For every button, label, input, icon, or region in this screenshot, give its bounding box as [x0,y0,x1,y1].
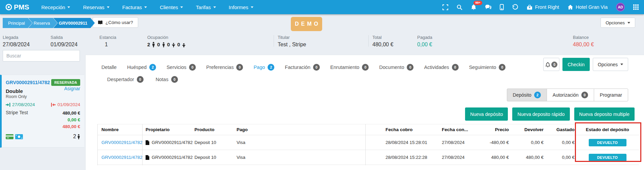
col-fecha-con[interactable]: Fecha con... [442,127,477,132]
divider [274,35,274,47]
file-icon [146,140,149,145]
table-row[interactable]: GRV00002911/4782 GRV00002911/4782 Deposi… [97,135,639,150]
subtab-count-badge: 2 [534,92,541,98]
tab-actividades[interactable]: Actividades0 [424,64,458,71]
menu-reservas[interactable]: Reservas [83,4,109,10]
col-pago[interactable]: Pago [236,127,365,132]
menu-recepcion[interactable]: Recepción [41,4,70,10]
checkin-date: 27/08/2024 [6,102,35,107]
tab-count-badge: 0 [171,76,178,83]
tab-detalle[interactable]: Detalle [101,65,117,70]
col-nombre[interactable]: Nombre [97,127,142,132]
tab-enrutamiento[interactable]: Enrutamiento0 [330,64,369,71]
breadcrumb-reservation-code[interactable]: GRV00002911 [53,18,95,28]
history-icon[interactable] [512,4,518,10]
subtab-deposito[interactable]: Depósito2 [507,89,547,101]
deposits-table-header: Nombre Propietario Producto Pago Fecha c… [97,124,639,135]
reservation-card[interactable]: GRV00002911/4782 RESERVADA Double Room O… [0,75,84,148]
fullscreen-icon[interactable] [442,4,448,10]
col-fecha-cobro[interactable]: Fecha cobro [365,127,442,132]
opciones-top-label: Opciones [606,20,625,25]
person-icon [77,134,80,139]
chevron-down-icon [144,6,147,8]
breadcrumb-principal[interactable]: Principal [3,18,32,28]
table-row[interactable]: GRV00002911/4782 GRV00002911/4782 Deposi… [97,150,639,165]
tab-facturacion[interactable]: Facturación0 [285,64,320,71]
como-usar-button[interactable]: ¿Cómo usar? [93,17,138,28]
search-icon[interactable] [457,4,462,10]
col-propietario[interactable]: Propietario [142,127,194,132]
deposit-payment: Visa [236,140,365,145]
deposit-name-link[interactable]: GRV00002911/4782 [97,155,142,160]
assign-link[interactable]: Asignar [64,86,80,91]
reservation-tabs-row2: Despertador0 Notas0 [107,76,178,83]
menu-informes[interactable]: Informes [229,4,253,10]
apps-grid-icon[interactable] [633,4,639,10]
hotel-selector[interactable]: Hotel Gran Via [568,4,608,10]
divider [368,35,369,47]
mobile-device-icon[interactable] [500,4,504,10]
tab-notas[interactable]: Notas0 [156,76,178,83]
tab-servicios[interactable]: Servicios0 [166,64,196,71]
user-avatar[interactable]: AD [616,3,625,11]
tab-documento[interactable]: Documento0 [379,64,413,71]
pagada-label: Pagada [417,35,432,40]
menu-tarifas[interactable]: Tarifas [196,4,216,10]
card-amounts: 480,00 € 0,00 € 480,00 € [62,110,80,130]
deposit-charge-date: 28/08/2024 15:28:01 [365,140,442,145]
top-navbar: PMS Recepción Reservas Facturas Clientes… [0,0,644,14]
nueva-deposito-multiple-button[interactable]: Nueva deposito multiple [574,107,635,121]
opciones-top-button[interactable]: Opciones [601,18,635,28]
child-icon [172,43,175,47]
annotation-highlight-box [575,122,641,162]
tab-seguimiento[interactable]: Seguimiento0 [469,64,506,71]
info-estancia: Estancia 1 [99,35,116,48]
deposit-refund: 0,00 € [511,140,546,145]
board-type: Room Only [6,94,27,99]
subtab-autorizacion[interactable]: Autorización0 [547,89,594,101]
llegada-label: Llegada [3,35,30,40]
table-divider [142,124,143,165]
tab-despertador[interactable]: Despertador0 [107,76,144,83]
book-icon [98,20,103,25]
col-precio[interactable]: Precio [477,127,511,132]
tab-count-badge: 0 [452,64,459,71]
nueva-deposito-rapido-button[interactable]: Nueva deposito rápido [512,107,570,121]
tab-pago[interactable]: Pago2 [253,64,274,71]
tab-count-badge: 0 [499,64,505,71]
workstation-selector[interactable]: Front Right [527,4,559,10]
info-balance: Balance 480,00 € [573,35,594,48]
info-titular: Titular Test , Stripe [278,35,306,48]
tab-huesped[interactable]: Huésped2 [127,64,156,71]
home-icon [568,4,573,10]
checkin-button[interactable]: Checkin [562,58,590,71]
menu-facturas[interactable]: Facturas [122,4,147,10]
subtab-programar[interactable]: Programar [594,89,628,101]
col-producto[interactable]: Producto [194,127,236,132]
deposit-name-link[interactable]: GRV00002911/4782 [97,140,142,145]
tab-preferencias[interactable]: Preferencias0 [206,64,243,71]
llegada-value: 27/08/2024 [3,42,30,48]
menu-clientes[interactable]: Clientes [160,4,183,10]
chevron-down-icon [67,6,70,8]
titular-label: Titular [278,35,306,40]
adult-icon [152,42,155,47]
search-input[interactable] [3,50,80,62]
pax-count: 2 [73,133,80,140]
deposit-owner: GRV00002911/4782 [142,155,194,160]
notifications-bell-icon[interactable]: 99+ [471,4,477,10]
estancia-value: 1 [99,42,116,48]
nueva-deposito-button[interactable]: Nueva depósito [465,107,508,121]
alerts-button[interactable]: 0 [543,58,559,71]
col-devolver[interactable]: Devolver [511,127,546,132]
room-type: Double [6,88,27,94]
breadcrumb-reserva[interactable]: Reserva [28,18,57,28]
navbar-right-tools: 99+ Front Right Hotel Gran Via AD [442,3,639,11]
chevron-down-icon [213,6,216,8]
chat-icon[interactable] [485,4,491,10]
reservation-code-link[interactable]: GRV00002911/4782 [6,80,50,85]
info-llegada: Llegada 27/08/2024 [3,35,30,48]
opciones-button[interactable]: Opciones [593,58,628,71]
pms-logo[interactable]: PMS [5,3,29,11]
col-gastado[interactable]: Gastado [546,127,576,132]
